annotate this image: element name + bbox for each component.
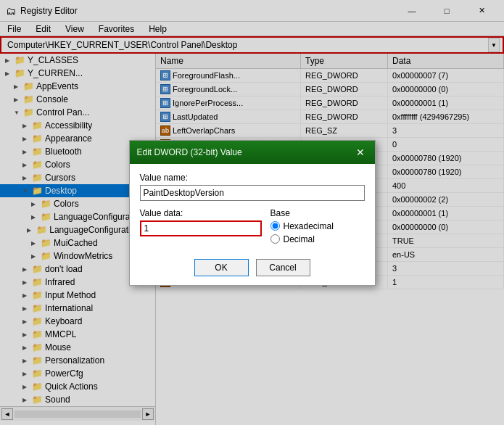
edit-dword-modal: Edit DWORD (32-bit) Value ✕ Value name: … [129, 140, 376, 286]
radio-group: Hexadecimal Decimal [270, 221, 365, 244]
modal-title-bar: Edit DWORD (32-bit) Value ✕ [130, 141, 375, 164]
modal-title: Edit DWORD (32-bit) Value [137, 147, 242, 157]
modal-body: Value name: Value data: Base Hexadecimal [130, 164, 375, 253]
base-label: Base [270, 208, 365, 218]
value-name-label: Value name: [140, 173, 365, 183]
radio-decimal[interactable]: Decimal [270, 234, 365, 244]
radio-dec-label: Decimal [284, 234, 315, 244]
value-data-label: Value data: [140, 208, 262, 218]
value-data-input[interactable] [140, 220, 262, 236]
cancel-button[interactable]: Cancel [256, 259, 310, 276]
ok-button[interactable]: OK [194, 259, 249, 276]
modal-overlay: Edit DWORD (32-bit) Value ✕ Value name: … [0, 0, 504, 425]
value-name-input[interactable] [140, 185, 365, 201]
radio-hexadecimal[interactable]: Hexadecimal [270, 221, 365, 231]
modal-close-button[interactable]: ✕ [353, 145, 368, 160]
modal-footer: OK Cancel [130, 253, 375, 285]
radio-hex-label: Hexadecimal [284, 221, 334, 231]
